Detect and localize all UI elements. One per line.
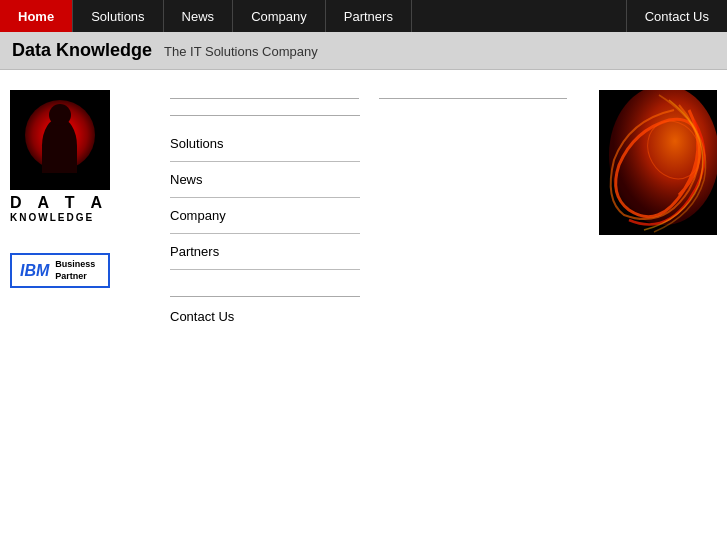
nav-item-solutions[interactable]: Solutions — [73, 0, 163, 32]
nav-item-company[interactable]: Company — [233, 0, 326, 32]
nav-item-contact[interactable]: Contact Us — [627, 0, 727, 32]
menu-link-news[interactable]: News — [170, 168, 567, 191]
brand-name: Data Knowledge — [12, 40, 152, 61]
menu-link-contact[interactable]: Contact Us — [170, 305, 567, 328]
nav-item-home[interactable]: Home — [0, 0, 73, 32]
separator-solutions — [170, 161, 360, 162]
header-bar: Data Knowledge The IT Solutions Company — [0, 32, 727, 70]
ibm-logo: IBM — [20, 263, 49, 279]
separator-partners — [170, 269, 360, 270]
logo-knowledge-text: KNOWLEDGE — [10, 212, 110, 223]
logo-silhouette — [42, 118, 77, 173]
nav-item-partners[interactable]: Partners — [326, 0, 412, 32]
spacer — [170, 276, 567, 296]
right-column — [587, 90, 717, 328]
top-dividers — [170, 98, 567, 99]
menu-link-partners[interactable]: Partners — [170, 240, 567, 263]
nav-item-news[interactable]: News — [164, 0, 234, 32]
logo-block: D A T A KNOWLEDGE — [10, 90, 110, 223]
nav-spacer — [412, 0, 627, 32]
main-nav: Home Solutions News Company Partners Con… — [0, 0, 727, 32]
tagline: The IT Solutions Company — [164, 44, 318, 59]
center-column: Solutions News Company Partners Contact … — [150, 90, 587, 328]
separator-company — [170, 233, 360, 234]
pre-contact-line — [170, 296, 360, 297]
main-content: D A T A KNOWLEDGE IBM BusinessPartner So… — [0, 70, 727, 348]
separator-news — [170, 197, 360, 198]
logo-data-text: D A T A — [10, 194, 110, 212]
menu-link-company[interactable]: Company — [170, 204, 567, 227]
ibm-badge[interactable]: IBM BusinessPartner — [10, 253, 110, 288]
logo-text: D A T A KNOWLEDGE — [10, 194, 110, 223]
swirl-image — [599, 90, 717, 235]
logo-image[interactable] — [10, 90, 110, 190]
ibm-partner-text: BusinessPartner — [55, 259, 95, 282]
sub-line — [170, 115, 360, 116]
top-line-left — [170, 98, 359, 99]
menu-link-solutions[interactable]: Solutions — [170, 132, 567, 155]
top-line-right — [379, 98, 568, 99]
left-column: D A T A KNOWLEDGE IBM BusinessPartner — [10, 90, 150, 328]
swirl-svg — [599, 90, 717, 235]
